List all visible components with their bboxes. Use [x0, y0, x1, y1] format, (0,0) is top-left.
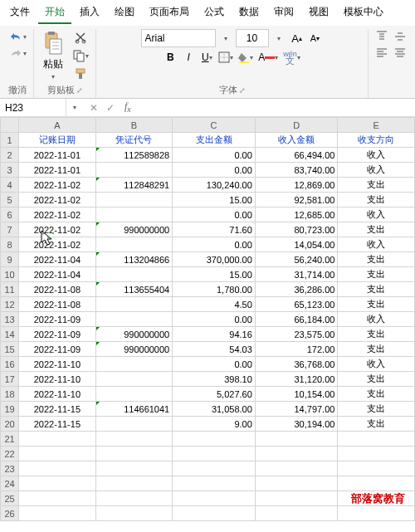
- cell-date[interactable]: 2022-11-02: [19, 237, 96, 252]
- bold-button[interactable]: B: [162, 50, 178, 65]
- increase-font-button[interactable]: A▴: [289, 31, 305, 46]
- column-title[interactable]: 支出金额: [173, 133, 256, 148]
- row-header[interactable]: 17: [1, 372, 19, 387]
- cell-expense[interactable]: 398.10: [173, 372, 256, 387]
- cell-direction[interactable]: 支出: [338, 327, 415, 342]
- cell-voucher[interactable]: 113655404: [95, 282, 173, 297]
- redo-button[interactable]: ▾: [7, 46, 28, 61]
- row-header[interactable]: 10: [1, 267, 19, 282]
- cell-voucher[interactable]: 113204866: [95, 252, 173, 267]
- cell-direction[interactable]: 支出: [338, 417, 415, 432]
- menu-data[interactable]: 数据: [232, 2, 266, 24]
- cell-expense[interactable]: 94.16: [173, 327, 256, 342]
- col-header[interactable]: B: [95, 118, 173, 133]
- cell-expense[interactable]: 370,000.00: [173, 252, 256, 267]
- cell-direction[interactable]: 支出: [338, 222, 415, 237]
- col-header[interactable]: D: [255, 118, 338, 133]
- menu-insert[interactable]: 插入: [73, 2, 106, 24]
- cell-direction[interactable]: 支出: [338, 297, 415, 312]
- font-launcher[interactable]: ⤢: [239, 86, 246, 95]
- cell-direction[interactable]: 支出: [338, 282, 415, 297]
- row-header[interactable]: 21: [1, 432, 19, 447]
- font-color-button[interactable]: A ▾: [256, 50, 280, 65]
- cell-expense[interactable]: 54.03: [173, 342, 256, 357]
- cell-voucher[interactable]: 114661041: [95, 402, 173, 417]
- row-header[interactable]: 4: [1, 178, 19, 193]
- cell-income[interactable]: 12,685.00: [255, 207, 338, 222]
- align-top-button[interactable]: [374, 29, 390, 44]
- cell-income[interactable]: 23,575.00: [255, 327, 338, 342]
- row-header[interactable]: 13: [1, 312, 19, 327]
- cell-direction[interactable]: 收入: [338, 357, 415, 372]
- column-title[interactable]: 记账日期: [19, 133, 96, 148]
- cell-direction[interactable]: 支出: [338, 342, 415, 357]
- cell-voucher[interactable]: [95, 237, 173, 252]
- row-header[interactable]: 25: [1, 491, 19, 506]
- row-header[interactable]: 6: [1, 207, 19, 222]
- cell-expense[interactable]: 0.00: [173, 163, 256, 178]
- cell-date[interactable]: 2022-11-10: [19, 357, 96, 372]
- cell-date[interactable]: 2022-11-02: [19, 222, 96, 237]
- cell-date[interactable]: 2022-11-10: [19, 387, 96, 402]
- cell-direction[interactable]: 收入: [338, 148, 415, 163]
- row-header[interactable]: 12: [1, 297, 19, 312]
- cell-voucher[interactable]: [95, 267, 173, 282]
- row-header[interactable]: 3: [1, 163, 19, 178]
- cell-expense[interactable]: 15.00: [173, 193, 256, 207]
- menu-draw[interactable]: 绘图: [108, 2, 141, 24]
- cell-direction[interactable]: 支出: [338, 402, 415, 417]
- cell-date[interactable]: 2022-11-02: [19, 207, 96, 222]
- row-header[interactable]: 9: [1, 252, 19, 267]
- border-button[interactable]: ▾: [217, 50, 235, 65]
- row-header[interactable]: 14: [1, 327, 19, 342]
- cell-direction[interactable]: 收入: [338, 237, 415, 252]
- cell-income[interactable]: 36,286.00: [255, 282, 338, 297]
- cell-expense[interactable]: 5,027.60: [173, 387, 256, 402]
- cell-voucher[interactable]: [95, 163, 173, 178]
- phonetic-button[interactable]: wén文 ▾: [281, 49, 302, 66]
- menu-review[interactable]: 审阅: [267, 2, 300, 24]
- cell-expense[interactable]: 0.00: [173, 148, 256, 163]
- row-header[interactable]: 15: [1, 342, 19, 357]
- cell-expense[interactable]: 130,240.00: [173, 178, 256, 193]
- cell-voucher[interactable]: 990000000: [95, 327, 173, 342]
- row-header[interactable]: 11: [1, 282, 19, 297]
- cell-date[interactable]: 2022-11-15: [19, 417, 96, 432]
- font-size-select[interactable]: [236, 29, 269, 47]
- cell-voucher[interactable]: [95, 193, 173, 207]
- decrease-font-button[interactable]: A▾: [307, 32, 324, 45]
- spreadsheet-grid[interactable]: ABCDE 1记账日期凭证代号支出金额收入金额收支方向2 2022-11-01 …: [0, 117, 415, 521]
- col-header[interactable]: A: [19, 118, 96, 133]
- row-header[interactable]: 18: [1, 387, 19, 402]
- cell-expense[interactable]: 4.50: [173, 297, 256, 312]
- cell-expense[interactable]: 9.00: [173, 417, 256, 432]
- cell-voucher[interactable]: [95, 312, 173, 327]
- cell-income[interactable]: 56,240.00: [255, 252, 338, 267]
- cell-date[interactable]: 2022-11-09: [19, 327, 96, 342]
- cellref-dropdown[interactable]: ▾: [66, 102, 83, 113]
- cell-voucher[interactable]: [95, 207, 173, 222]
- cell-expense[interactable]: 0.00: [173, 312, 256, 327]
- fill-color-button[interactable]: ▾: [237, 50, 255, 65]
- menu-layout[interactable]: 页面布局: [143, 2, 196, 24]
- clipboard-launcher[interactable]: ⤢: [76, 86, 83, 95]
- cell-voucher[interactable]: 990000000: [95, 222, 173, 237]
- row-header[interactable]: 1: [1, 133, 19, 148]
- cell-income[interactable]: 80,723.00: [255, 222, 338, 237]
- cell-voucher[interactable]: 112848291: [95, 178, 173, 193]
- menu-formula[interactable]: 公式: [198, 2, 231, 24]
- column-title[interactable]: 凭证代号: [95, 133, 173, 148]
- align-center-button[interactable]: [392, 46, 408, 61]
- cell-voucher[interactable]: 990000000: [95, 342, 173, 357]
- row-header[interactable]: 24: [1, 476, 19, 491]
- cut-button[interactable]: [71, 29, 90, 46]
- row-header[interactable]: 5: [1, 193, 19, 207]
- cell-income[interactable]: 14,797.00: [255, 402, 338, 417]
- menu-view[interactable]: 视图: [302, 2, 335, 24]
- row-header[interactable]: 22: [1, 447, 19, 461]
- formula-input[interactable]: [134, 99, 415, 116]
- cell-expense[interactable]: 0.00: [173, 357, 256, 372]
- cell-income[interactable]: 172.00: [255, 342, 338, 357]
- cell-income[interactable]: 66,184.00: [255, 312, 338, 327]
- cell-date[interactable]: 2022-11-02: [19, 193, 96, 207]
